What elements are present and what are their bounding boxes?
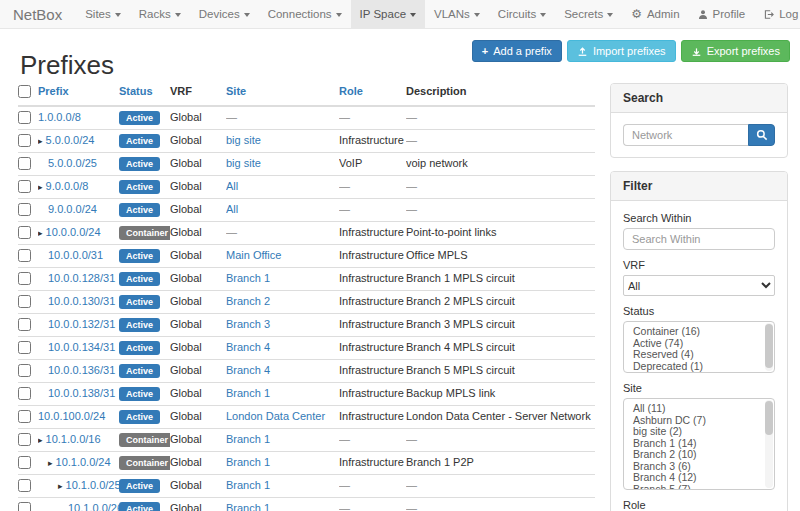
site-link[interactable]: big site [226,157,261,169]
row-checkbox[interactable] [18,364,31,377]
row-checkbox[interactable] [18,203,31,216]
site-option[interactable]: big site (2) [624,426,774,438]
site-option[interactable]: Branch 3 (6) [624,461,774,473]
nav-item-vlans[interactable]: VLANs [425,0,489,28]
nav-item-sites[interactable]: Sites [76,0,130,28]
import-prefixes-button[interactable]: Import prefixes [567,40,676,62]
site-link[interactable]: big site [226,134,261,146]
prefix-link[interactable]: 9.0.0.0/8 [46,180,89,192]
select-all-checkbox[interactable] [18,85,31,98]
status-badge[interactable]: Active [119,134,160,148]
nav-item-connections[interactable]: Connections [259,0,351,28]
row-checkbox[interactable] [18,479,31,492]
prefix-link[interactable]: 10.0.0.128/31 [48,272,115,284]
site-link[interactable]: All [226,180,238,192]
status-badge[interactable]: Active [119,318,160,332]
row-checkbox[interactable] [18,387,31,400]
vrf-select[interactable]: All [623,275,775,296]
nav-item-log-out[interactable]: Log out [754,0,800,28]
site-option[interactable]: Branch 4 (12) [624,472,774,484]
prefix-link[interactable]: 10.0.0.136/31 [48,364,115,376]
row-checkbox[interactable] [18,134,31,147]
site-link[interactable]: London Data Center [226,410,325,422]
prefix-link[interactable]: 10.1.0.0/26 [68,502,119,511]
status-option[interactable]: Reserved (4) [624,349,774,361]
column-header-prefix[interactable]: Prefix [38,84,119,106]
status-option[interactable]: Active (74) [624,338,774,350]
row-checkbox[interactable] [18,249,31,262]
status-badge[interactable]: Active [119,410,160,424]
expand-caret-icon[interactable]: ▸ [38,435,43,445]
site-link[interactable]: Branch 4 [226,364,270,376]
site-link[interactable]: Branch 1 [226,502,270,511]
row-checkbox[interactable] [18,410,31,423]
status-badge[interactable]: Active [119,479,160,493]
site-link[interactable]: Branch 1 [226,479,270,491]
expand-caret-icon[interactable]: ▸ [38,228,43,238]
prefix-link[interactable]: 10.0.0.130/31 [48,295,115,307]
expand-caret-icon[interactable]: ▸ [38,182,43,192]
status-badge[interactable]: Active [119,272,160,286]
nav-item-ip-space[interactable]: IP Space [351,0,425,28]
site-link[interactable]: All [226,203,238,215]
nav-item-admin[interactable]: ⚙Admin [622,0,688,28]
site-link[interactable]: Main Office [226,249,281,261]
site-link[interactable]: Branch 4 [226,341,270,353]
prefix-link[interactable]: 5.0.0.0/24 [46,134,95,146]
row-checkbox[interactable] [18,157,31,170]
nav-item-profile[interactable]: Profile [689,0,755,28]
status-badge[interactable]: Active [119,387,160,401]
status-badge[interactable]: Active [119,295,160,309]
status-badge[interactable]: Active [119,203,160,217]
status-badge[interactable]: Active [119,180,160,194]
status-badge[interactable]: Active [119,364,160,378]
status-badge[interactable]: Active [119,502,160,511]
prefix-link[interactable]: 1.0.0.0/8 [38,111,81,123]
row-checkbox[interactable] [18,180,31,193]
search-button[interactable] [748,124,775,146]
status-option[interactable]: Container (16) [624,326,774,338]
scrollbar-thumb[interactable] [765,324,773,368]
prefix-link[interactable]: 10.0.0.0/31 [48,249,103,261]
search-input[interactable] [623,124,748,146]
status-badge[interactable]: Active [119,157,160,171]
prefix-link[interactable]: 9.0.0.0/24 [48,203,97,215]
row-checkbox[interactable] [18,295,31,308]
nav-item-devices[interactable]: Devices [190,0,259,28]
row-checkbox[interactable] [18,226,31,239]
site-option[interactable]: All (11) [624,403,774,415]
row-checkbox[interactable] [18,456,31,469]
prefix-link[interactable]: 10.1.0.0/24 [56,456,111,468]
site-link[interactable]: Branch 1 [226,433,270,445]
status-option[interactable]: Deprecated (1) [624,361,774,373]
prefix-link[interactable]: 10.0.0.0/24 [46,226,101,238]
site-link[interactable]: Branch 1 [226,456,270,468]
nav-item-racks[interactable]: Racks [130,0,190,28]
prefix-link[interactable]: 10.0.100.0/24 [38,410,105,422]
row-checkbox[interactable] [18,502,31,511]
status-badge[interactable]: Container [119,456,170,470]
prefix-link[interactable]: 5.0.0.0/25 [48,157,97,169]
column-header-role[interactable]: Role [339,84,406,106]
add-a-prefix-button[interactable]: +Add a prefix [472,40,562,62]
row-checkbox[interactable] [18,272,31,285]
expand-caret-icon[interactable]: ▸ [58,481,63,491]
status-badge[interactable]: Active [119,341,160,355]
status-badge[interactable]: Active [119,249,160,263]
site-option[interactable]: Ashburn DC (7) [624,415,774,427]
brand-logo[interactable]: NetBox [0,0,76,28]
status-badge[interactable]: Active [119,111,160,125]
nav-item-circuits[interactable]: Circuits [489,0,555,28]
prefix-link[interactable]: 10.0.0.132/31 [48,318,115,330]
nav-item-secrets[interactable]: Secrets [555,0,622,28]
expand-caret-icon[interactable]: ▸ [48,458,53,468]
site-option[interactable]: Branch 1 (14) [624,438,774,450]
site-listbox[interactable]: All (11)Ashburn DC (7)big site (2)Branch… [623,398,775,490]
prefix-link[interactable]: 10.0.0.138/31 [48,387,115,399]
column-header-status[interactable]: Status [119,84,170,106]
status-badge[interactable]: Container [119,226,170,240]
export-prefixes-button[interactable]: Export prefixes [681,40,790,62]
prefix-link[interactable]: 10.0.0.134/31 [48,341,115,353]
prefix-link[interactable]: 10.1.0.0/25 [66,479,119,491]
row-checkbox[interactable] [18,433,31,446]
